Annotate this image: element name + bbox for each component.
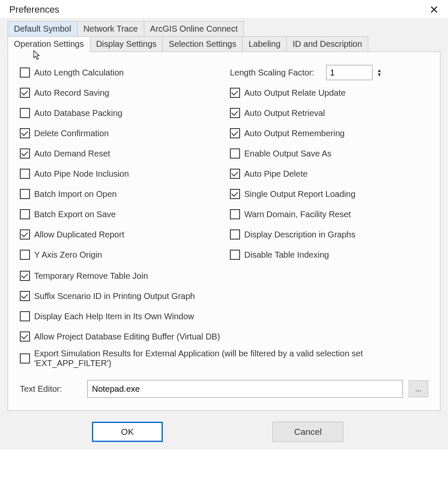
checkbox[interactable] <box>20 311 30 321</box>
checkbox-row: Auto Record Saving <box>20 85 218 101</box>
checkbox-row: Auto Output Retrieval <box>230 105 428 121</box>
checkbox-row: Auto Pipe Node Inclusion <box>20 166 218 182</box>
browse-button[interactable]: ... <box>409 380 428 397</box>
checkbox-row: Export Simulation Results for External A… <box>20 349 428 368</box>
tab-id-and-description[interactable]: ID and Description <box>286 36 369 52</box>
length-scaling-input[interactable] <box>326 65 372 80</box>
operation-settings-panel: Auto Length CalculationAuto Record Savin… <box>8 51 440 411</box>
checkbox-label: Disable Table Indexing <box>244 250 329 260</box>
checkbox-label: Allow Duplicated Report <box>34 230 124 240</box>
tab-network-trace[interactable]: Network Trace <box>77 21 144 37</box>
checkbox[interactable] <box>230 250 240 260</box>
tab-row-top: Default Symbol Network Trace ArcGIS Onli… <box>8 21 440 37</box>
checkbox-label: Auto Database Packing <box>34 108 122 118</box>
checkbox[interactable] <box>20 189 30 199</box>
checkbox[interactable] <box>20 148 30 159</box>
checkbox-label: Batch Export on Save <box>34 210 116 219</box>
close-icon[interactable]: ✕ <box>429 4 439 15</box>
checkbox-row: Batch Export on Save <box>20 206 218 222</box>
checkbox[interactable] <box>20 67 30 78</box>
window-title: Preferences <box>9 4 59 15</box>
text-editor-label: Text Editor: <box>20 384 87 394</box>
checkbox-row: Display Each Help Item in Its Own Window <box>20 308 428 324</box>
checkbox[interactable] <box>230 128 240 138</box>
checkbox-row: Batch Import on Open <box>20 186 218 202</box>
checkbox[interactable] <box>230 108 240 118</box>
checkbox-row: Y Axis Zero Origin <box>20 247 218 263</box>
text-editor-input[interactable] <box>87 380 403 398</box>
cancel-button[interactable]: Cancel <box>273 422 343 442</box>
checkbox[interactable] <box>20 169 30 179</box>
checkbox[interactable] <box>20 229 30 240</box>
checkbox[interactable] <box>20 88 30 98</box>
checkbox[interactable] <box>230 229 240 240</box>
client-area: Default Symbol Network Trace ArcGIS Onli… <box>0 18 448 450</box>
checkbox[interactable] <box>20 250 30 260</box>
checkbox-row: Allow Project Database Editing Buffer (V… <box>20 329 428 345</box>
checkbox-row: Temporary Remove Table Join <box>20 268 428 284</box>
checkbox-label: Auto Length Calculation <box>34 68 124 78</box>
tab-default-symbol[interactable]: Default Symbol <box>8 21 78 37</box>
checkbox-label: Enable Output Save As <box>244 149 332 159</box>
checkbox-row: Auto Database Packing <box>20 105 218 121</box>
checkbox-row: Auto Output Remembering <box>230 125 428 141</box>
checkbox-label: Auto Output Remembering <box>244 129 345 138</box>
checkbox-row: Single Output Report Loading <box>230 186 428 202</box>
checkbox-row: Disable Table Indexing <box>230 247 428 263</box>
text-editor-row: Text Editor: ... <box>20 380 428 398</box>
checkbox-label: Export Simulation Results for External A… <box>34 349 428 368</box>
length-scaling-row: Length Scaling Factor: ▲ ▼ <box>230 65 428 81</box>
checkbox-label: Auto Demand Reset <box>34 149 110 159</box>
checkbox-row: Allow Duplicated Report <box>20 226 218 242</box>
checkbox[interactable] <box>230 189 240 199</box>
checkbox-label: Auto Output Relate Update <box>244 88 345 98</box>
checkbox-label: Auto Pipe Delete <box>244 169 308 179</box>
checkbox[interactable] <box>20 291 30 301</box>
checkbox-row: Enable Output Save As <box>230 145 428 162</box>
checkbox[interactable] <box>20 331 30 342</box>
checkbox-label: Single Output Report Loading <box>244 189 356 199</box>
checkbox[interactable] <box>20 353 30 364</box>
checkbox[interactable] <box>230 209 240 219</box>
tab-display-settings[interactable]: Display Settings <box>90 36 163 52</box>
checkbox-label: Warn Domain, Facility Reset <box>244 210 351 219</box>
checkbox-label: Temporary Remove Table Join <box>34 271 148 281</box>
checkbox-label: Allow Project Database Editing Buffer (V… <box>34 332 220 342</box>
checkbox-label: Display Description in Graphs <box>244 230 355 240</box>
length-scaling-label: Length Scaling Factor: <box>230 68 314 78</box>
checkbox-row: Delete Confirmation <box>20 125 218 141</box>
checkbox[interactable] <box>20 108 30 118</box>
checkbox-row: Display Description in Graphs <box>230 226 428 242</box>
checkbox-row: Auto Demand Reset <box>20 145 218 162</box>
checkbox[interactable] <box>20 209 30 219</box>
tab-operation-settings[interactable]: Operation Settings <box>8 36 90 52</box>
checkbox[interactable] <box>230 148 240 159</box>
chevron-down-icon[interactable]: ▼ <box>377 73 382 77</box>
checkbox[interactable] <box>20 271 30 281</box>
checkbox[interactable] <box>230 169 240 179</box>
checkbox[interactable] <box>20 128 30 138</box>
checkbox-label: Y Axis Zero Origin <box>34 250 102 260</box>
checkbox-label: Auto Pipe Node Inclusion <box>34 169 129 179</box>
checkbox-label: Auto Output Retrieval <box>244 108 325 118</box>
ok-button[interactable]: OK <box>92 422 163 442</box>
length-scaling-spinner[interactable]: ▲ ▼ <box>377 68 382 77</box>
checkbox-label: Display Each Help Item in Its Own Window <box>34 312 194 321</box>
checkbox-row: Warn Domain, Facility Reset <box>230 206 428 222</box>
titlebar: Preferences ✕ <box>0 0 448 18</box>
tab-selection-settings[interactable]: Selection Settings <box>162 36 243 52</box>
checkbox-label: Batch Import on Open <box>34 189 117 199</box>
checkbox-label: Suffix Scenario ID in Printing Output Gr… <box>34 291 195 301</box>
checkbox[interactable] <box>230 88 240 98</box>
tab-row-bottom: Operation Settings Display Settings Sele… <box>8 36 440 52</box>
checkbox-label: Auto Record Saving <box>34 88 109 98</box>
checkbox-row: Auto Pipe Delete <box>230 166 428 182</box>
checkbox-row: Auto Output Relate Update <box>230 85 428 101</box>
checkbox-row: Auto Length Calculation <box>20 65 218 81</box>
dialog-buttons: OK Cancel <box>8 411 440 445</box>
tab-labeling[interactable]: Labeling <box>242 36 287 52</box>
checkbox-label: Delete Confirmation <box>34 129 109 138</box>
checkbox-row: Suffix Scenario ID in Printing Output Gr… <box>20 288 428 304</box>
tab-arcgis-online-connect[interactable]: ArcGIS Online Connect <box>144 21 244 37</box>
